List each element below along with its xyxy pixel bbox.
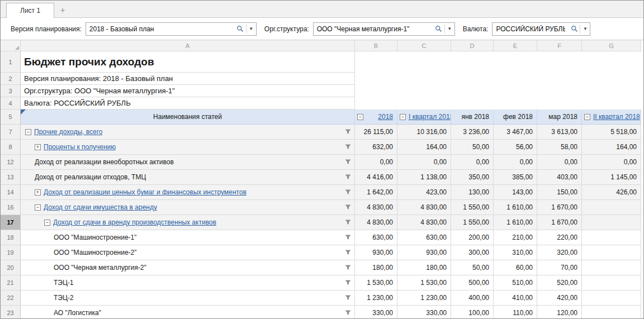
info-cell[interactable]: Версия планирования: 2018 - Базовый план [21, 73, 355, 85]
value-cell[interactable]: 3 613,00 [537, 125, 582, 140]
value-cell[interactable]: 1 610,00 [494, 200, 537, 215]
value-cell[interactable]: 520,00 [537, 275, 582, 291]
filter-icon[interactable] [345, 174, 351, 180]
value-cell[interactable]: 56,00 [494, 140, 537, 155]
value-cell[interactable]: 3 236,00 [451, 125, 494, 140]
column-letter-D[interactable]: D [451, 40, 494, 51]
column-letter-E[interactable]: E [494, 40, 537, 51]
filter-icon[interactable] [345, 235, 351, 240]
value-cell[interactable]: 1 530,00 [397, 275, 451, 291]
value-cell[interactable]: 930,00 [355, 245, 397, 260]
value-cell[interactable]: 930,00 [397, 245, 451, 260]
value-cell[interactable] [582, 260, 641, 275]
row-number[interactable]: 8 [1, 140, 21, 155]
value-cell[interactable]: 58,00 [537, 140, 582, 155]
value-cell[interactable]: 0,00 [397, 155, 451, 170]
search-icon[interactable] [433, 23, 444, 35]
planning-version-input[interactable] [86, 23, 235, 35]
collapse-icon[interactable]: − [35, 204, 41, 211]
value-cell[interactable]: 4 830,00 [397, 200, 451, 215]
article-cell[interactable]: +Проценты к получению [21, 140, 355, 155]
value-cell[interactable]: 50,00 [451, 140, 494, 155]
value-cell[interactable]: 100,00 [451, 306, 494, 318]
value-cell[interactable] [582, 230, 641, 245]
value-cell[interactable]: 350,00 [451, 170, 494, 185]
value-cell[interactable] [582, 215, 641, 230]
value-cell[interactable]: 410,00 [494, 291, 537, 306]
value-cell[interactable]: 1 642,00 [355, 185, 397, 200]
value-cell[interactable]: 50,00 [451, 260, 494, 275]
value-cell[interactable]: 4 830,00 [355, 200, 397, 215]
article-cell[interactable]: ТЭЦ-1 [21, 275, 355, 291]
article-cell[interactable]: ООО "Черная металлургия-2" [21, 260, 355, 275]
period-header-link[interactable]: 2018 [378, 113, 393, 121]
row-number[interactable]: 17 [1, 215, 21, 230]
filter-icon[interactable] [345, 129, 351, 135]
filter-icon[interactable] [345, 159, 351, 165]
value-cell[interactable]: 630,00 [397, 230, 451, 245]
value-cell[interactable]: 70,00 [537, 260, 582, 275]
info-cell[interactable]: Валюта: РОССИЙСКИЙ РУБЛЬ [21, 97, 355, 109]
period-header-cell[interactable]: −2018 [355, 109, 397, 125]
column-letter-F[interactable]: F [537, 40, 582, 51]
article-cell[interactable]: ТЭЦ-2 [21, 291, 355, 306]
row-number[interactable]: 22 [1, 291, 21, 306]
search-icon[interactable] [569, 23, 580, 35]
row-number[interactable]: 20 [1, 260, 21, 275]
value-cell[interactable]: 180,00 [397, 260, 451, 275]
filter-icon[interactable] [345, 265, 351, 270]
value-cell[interactable]: 4 416,00 [355, 170, 397, 185]
currency-input[interactable] [493, 23, 569, 35]
filter-icon[interactable] [345, 204, 351, 210]
article-cell[interactable]: ООО "Машиностроение-2" [21, 245, 355, 260]
value-cell[interactable]: 330,00 [397, 306, 451, 318]
article-cell[interactable]: −Доход от сдачи в аренду производственны… [21, 215, 355, 230]
row-number[interactable]: 1 [1, 51, 21, 73]
row-number[interactable]: 16 [1, 200, 21, 215]
period-header-cell[interactable]: фев 2018 [494, 109, 537, 125]
value-cell[interactable]: 5 518,00 [582, 125, 641, 140]
column-letter-A[interactable]: A [21, 40, 355, 51]
value-cell[interactable]: 164,00 [397, 140, 451, 155]
row-number[interactable]: 13 [1, 170, 21, 185]
filter-icon[interactable] [345, 144, 351, 150]
filter-icon[interactable] [345, 280, 351, 285]
article-cell[interactable]: Доход от реализации отходов, ТМЦ [21, 170, 355, 185]
article-link[interactable]: Доход от реализации ценных бумаг и финан… [44, 188, 247, 196]
row-number[interactable]: 2 [1, 73, 21, 85]
value-cell[interactable]: 1 670,00 [537, 200, 582, 215]
value-cell[interactable]: 310,00 [494, 245, 537, 260]
value-cell[interactable]: 1 145,00 [582, 170, 641, 185]
period-header-cell[interactable]: мар 2018 [537, 109, 582, 125]
value-cell[interactable]: 1 550,00 [451, 215, 494, 230]
value-cell[interactable]: 632,00 [355, 140, 397, 155]
expand-icon[interactable]: + [35, 189, 41, 196]
value-cell[interactable]: 1 138,00 [397, 170, 451, 185]
filter-icon[interactable] [345, 189, 351, 195]
value-cell[interactable]: 4 830,00 [355, 215, 397, 230]
value-cell[interactable]: 1 530,00 [355, 275, 397, 291]
period-header-link[interactable]: II квартал 2018 [593, 113, 640, 121]
filter-icon[interactable] [345, 295, 351, 301]
value-cell[interactable]: 0,00 [494, 155, 537, 170]
row-number[interactable]: 5 [1, 109, 21, 125]
collapse-icon[interactable]: − [584, 114, 590, 120]
filter-icon[interactable] [345, 220, 351, 225]
value-cell[interactable]: 403,00 [537, 170, 582, 185]
value-cell[interactable]: 0,00 [537, 155, 582, 170]
row-number[interactable]: 3 [1, 85, 21, 97]
value-cell[interactable]: 400,00 [451, 291, 494, 306]
article-cell[interactable]: АО "Логистика" [21, 306, 355, 318]
articles-header-cell[interactable]: Наименования статей [21, 109, 355, 125]
value-cell[interactable]: 1 670,00 [537, 215, 582, 230]
value-cell[interactable]: 220,00 [537, 230, 582, 245]
column-letter-G[interactable]: G [582, 40, 641, 51]
value-cell[interactable]: 150,00 [537, 185, 582, 200]
period-header-cell[interactable]: янв 2018 [451, 109, 494, 125]
collapse-icon[interactable]: − [44, 220, 50, 226]
tab-sheet1[interactable]: Лист 1 [6, 3, 54, 18]
collapse-icon[interactable]: − [357, 114, 363, 120]
value-cell[interactable] [582, 245, 641, 260]
article-link[interactable]: Проценты к получению [44, 143, 116, 151]
value-cell[interactable]: 10 316,00 [397, 125, 451, 140]
